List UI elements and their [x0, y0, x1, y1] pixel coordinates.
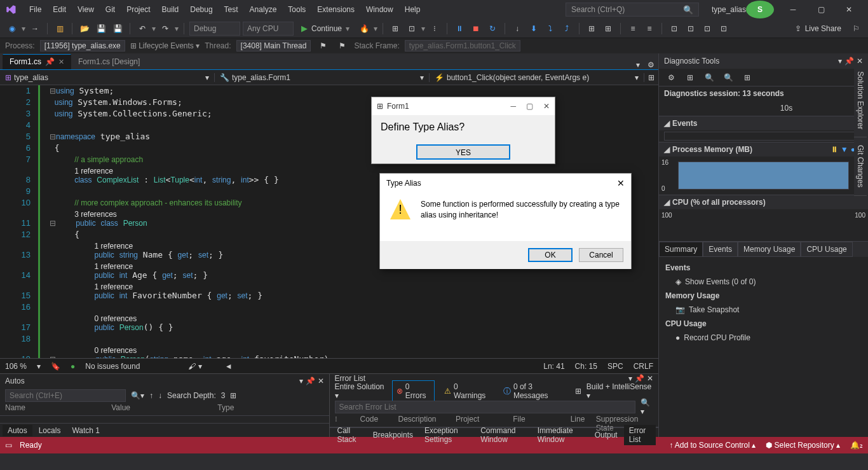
maximize-button[interactable]: ▢ — [807, 1, 835, 18]
issues-status[interactable]: No issues found — [85, 362, 140, 371]
platform-combo[interactable]: Any CPU — [243, 22, 294, 36]
search-icon[interactable]: 🔍▾ — [131, 391, 144, 400]
notifications-icon[interactable]: 🔔₂ — [850, 441, 863, 450]
toolbar-icon[interactable]: ⊞ — [601, 22, 615, 36]
toolbar-icon[interactable]: ⊞ — [683, 71, 697, 85]
stop-icon[interactable]: ⏹ — [469, 22, 483, 36]
repository-button[interactable]: ⬢ Select Repository ▴ — [766, 441, 840, 450]
tab-watch1[interactable]: Watch 1 — [67, 425, 105, 436]
indent-mode[interactable]: SPC — [607, 362, 623, 371]
toolbar-icon[interactable]: ≡ — [626, 22, 640, 36]
pin-icon[interactable]: 📌 — [306, 377, 315, 385]
toolbar-icon[interactable]: ⊡ — [700, 22, 714, 36]
zoom-level[interactable]: 106 % — [5, 362, 27, 371]
toolbar-icon[interactable]: ⊡ — [667, 22, 681, 36]
gear-icon[interactable]: ⚙ — [644, 60, 658, 69]
menu-project[interactable]: Project — [121, 3, 155, 17]
split-icon[interactable]: ⊞ — [644, 73, 658, 82]
ok-button[interactable]: OK — [528, 248, 573, 262]
messages-filter[interactable]: ⓘ0 of 3 Messages — [499, 380, 570, 402]
step-into-icon[interactable]: ⬇ — [527, 22, 541, 36]
project-dropdown[interactable]: ⊞type_alias▾ — [0, 73, 215, 82]
tab-autos[interactable]: Autos — [3, 425, 32, 436]
dropdown-icon[interactable]: ▾ — [628, 374, 632, 383]
dropdown-icon[interactable]: ▾ — [299, 377, 303, 385]
tab-form1-cs[interactable]: Form1.cs📌✕ — [3, 54, 71, 69]
new-icon[interactable]: ▥ — [53, 22, 67, 36]
toolbar-icon[interactable]: ⊞ — [388, 22, 402, 36]
autos-search[interactable] — [5, 389, 126, 402]
tab-memory[interactable]: Memory Usage — [738, 242, 801, 257]
step-icon[interactable]: ↓ — [510, 22, 524, 36]
tab-events[interactable]: Events — [703, 242, 738, 257]
diag-cpu-header[interactable]: ◢CPU (% of all processors) — [659, 195, 868, 209]
nav-up-icon[interactable]: ↑ — [149, 391, 153, 400]
show-events-link[interactable]: ◈Show Events (0 of 0) — [665, 275, 862, 289]
errorlist-search[interactable] — [335, 401, 636, 413]
tab-solution-explorer[interactable]: Solution Explorer — [854, 64, 867, 137]
errors-filter[interactable]: ⊗0 Errors — [392, 380, 435, 402]
diag-timeline[interactable]: 10s — [659, 100, 868, 116]
continue-button[interactable]: ▶Continue▾ — [296, 24, 355, 33]
class-dropdown[interactable]: 🔧type_alias.Form1▾ — [215, 73, 430, 82]
toolbar-icon[interactable]: ⊡ — [684, 22, 698, 36]
flag-icon[interactable]: ⚑ — [335, 39, 349, 53]
menu-edit[interactable]: Edit — [48, 3, 71, 17]
tab-errorlist[interactable]: Error List — [624, 425, 656, 445]
record-cpu-link[interactable]: ●Record CPU Profile — [665, 331, 862, 345]
pin-icon[interactable]: 📌 — [635, 374, 644, 383]
toolbar-icon[interactable]: ⊡ — [405, 22, 419, 36]
depth-combo[interactable]: 3 — [221, 391, 226, 400]
tab-form1-design[interactable]: Form1.cs [Design] — [71, 54, 147, 69]
menu-file[interactable]: File — [24, 3, 46, 17]
pin-icon[interactable]: 📌 — [45, 57, 55, 66]
pin-icon[interactable]: 📌 — [844, 57, 854, 66]
tab-git-changes[interactable]: Git Changes — [854, 137, 867, 196]
stack-combo[interactable]: type_alias.Form1.button1_Click — [405, 40, 520, 52]
menu-window[interactable]: Window — [361, 3, 398, 17]
undo-icon[interactable]: ↶ — [135, 22, 149, 36]
search-icon[interactable]: 🔍▾ — [641, 398, 653, 416]
restart-icon[interactable]: ↻ — [485, 22, 499, 36]
process-combo[interactable]: [11956] type_alias.exe — [40, 40, 125, 52]
tab-summary[interactable]: Summary — [659, 242, 703, 257]
global-search[interactable]: Search (Ctrl+Q)🔍 — [566, 3, 699, 17]
nav-fwd-icon[interactable]: → — [28, 22, 42, 36]
menu-help[interactable]: Help — [400, 3, 426, 17]
close-icon[interactable]: ✕ — [318, 377, 324, 385]
menu-view[interactable]: View — [72, 3, 99, 17]
step-out-icon[interactable]: ⤴ — [560, 22, 574, 36]
close-icon[interactable]: ✕ — [647, 374, 653, 383]
lifecycle-icon[interactable]: ⊞ Lifecycle Events ▾ — [130, 41, 200, 50]
minimize-button[interactable]: ─ — [779, 1, 807, 18]
yes-button[interactable]: YES — [416, 144, 510, 160]
menu-analyze[interactable]: Analyze — [245, 3, 282, 17]
diag-memory-header[interactable]: ◢Process Memory (MB)⏸▼●P — [659, 142, 868, 156]
warnings-filter[interactable]: ⚠0 Warnings — [440, 380, 494, 402]
toolbar-icon[interactable]: ⊞ — [575, 387, 581, 396]
zoom-out-icon[interactable]: 🔍 — [721, 71, 735, 85]
step-over-icon[interactable]: ⤵ — [543, 22, 557, 36]
tab-callstack[interactable]: Call Stack — [332, 425, 367, 445]
menu-tools[interactable]: Tools — [283, 3, 311, 17]
liveshare-button[interactable]: ⇪Live Share — [790, 24, 846, 33]
save-icon[interactable]: 💾 — [94, 22, 108, 36]
tab-dropdown-icon[interactable]: ▾ — [632, 60, 644, 69]
maximize-icon[interactable]: ▢ — [526, 102, 533, 111]
redo-icon[interactable]: ↷ — [158, 22, 172, 36]
nav-back-icon[interactable]: ◉ — [5, 22, 19, 36]
minimize-icon[interactable]: ─ — [510, 102, 516, 111]
user-avatar[interactable]: S — [746, 1, 774, 18]
menu-build[interactable]: Build — [157, 3, 184, 17]
scope-combo[interactable]: Entire Solution ▾ — [335, 382, 387, 400]
feedback-icon[interactable]: ⚐ — [849, 22, 863, 36]
toolbar-icon[interactable]: ⊞ — [740, 71, 754, 85]
open-icon[interactable]: 📂 — [78, 22, 92, 36]
method-dropdown[interactable]: ⚡button1_Click(object sender, EventArgs … — [430, 73, 644, 82]
brush-icon[interactable]: 🖌 ▾ — [188, 362, 201, 371]
nav-down-icon[interactable]: ↓ — [158, 391, 162, 400]
tab-output[interactable]: Output — [590, 429, 623, 441]
toolbar-icon[interactable]: ⊞ — [585, 22, 599, 36]
zoom-in-icon[interactable]: 🔍 — [702, 71, 716, 85]
close-button[interactable]: ✕ — [835, 1, 863, 18]
